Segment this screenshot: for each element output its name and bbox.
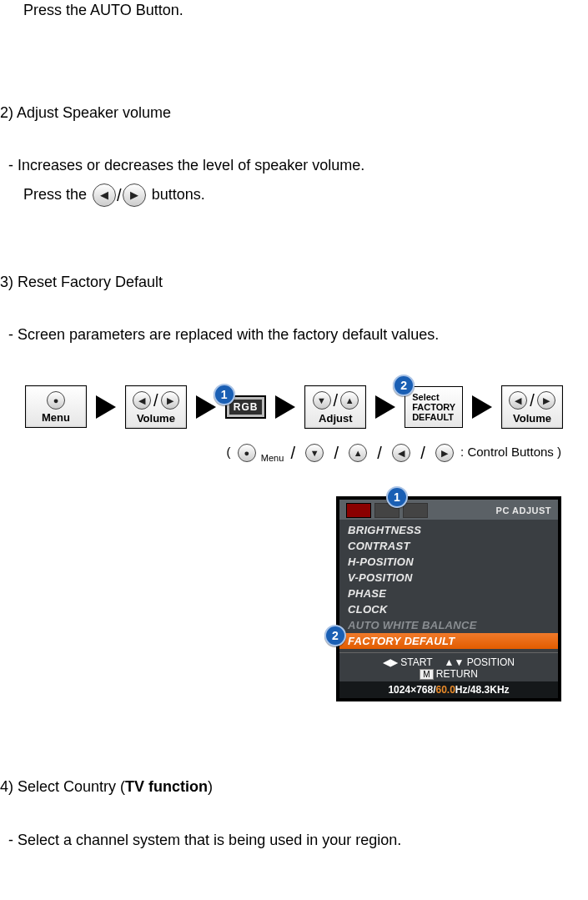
heading-select-country: 4) Select Country (TV function) bbox=[0, 777, 588, 797]
rgb-select: 1 RGB bbox=[225, 395, 267, 419]
right-button-icon: ▶ bbox=[123, 184, 146, 207]
step-2-badge: 2 bbox=[393, 375, 415, 396]
slash-icon: / bbox=[377, 444, 382, 463]
instruction-press-vol: Press the ◀/▶ buttons. bbox=[0, 184, 588, 207]
osd-screenshot: 1 2 PC ADJUST BRIGHTNESSCONTRASTH-POSITI… bbox=[336, 496, 561, 701]
right-icon: ▶ bbox=[435, 444, 454, 462]
arrow-right-icon bbox=[96, 395, 116, 419]
right-icon: ▶ bbox=[537, 391, 555, 410]
button-flow-diagram: ● Menu ◀/▶ Volume 1 RGB ▼/▲ Adjust 2 Sel… bbox=[25, 385, 563, 429]
status-hz: 60.0 bbox=[436, 684, 455, 696]
osd-status: 1024×768/60.0Hz/48.3KHz bbox=[339, 681, 558, 698]
osd-item: BRIGHTNESS bbox=[339, 522, 558, 538]
osd-hint-position: ▲▼ POSITION bbox=[445, 656, 515, 668]
left-button-icon: ◀ bbox=[93, 184, 116, 207]
desc-reset: - Screen parameters are replaced with th… bbox=[0, 324, 588, 345]
osd-tab-rgb-icon bbox=[346, 503, 371, 518]
press-pre: Press the bbox=[23, 185, 91, 202]
slash-icon: / bbox=[153, 391, 158, 410]
status-post: Hz/48.3KHz bbox=[455, 684, 510, 696]
menu-key-label: Menu bbox=[42, 411, 70, 424]
osd-hint-return: M RETURN bbox=[420, 668, 478, 680]
slash-icon: / bbox=[290, 444, 295, 463]
select-line3: DEFAULT bbox=[412, 412, 455, 422]
adjust-key-label: Adjust bbox=[319, 412, 352, 425]
caption-prefix: ( bbox=[227, 445, 234, 459]
up-icon: ▲ bbox=[340, 391, 359, 410]
slash-icon: / bbox=[530, 391, 535, 410]
heading-reset: 3) Reset Factory Default bbox=[0, 272, 588, 293]
factory-select: 2 Select FACTORY DEFAULT bbox=[405, 386, 463, 428]
left-right-buttons-icon: ◀/▶ bbox=[93, 184, 146, 207]
down-icon: ▼ bbox=[313, 391, 331, 410]
heading-speaker-volume: 2) Adjust Speaker volume bbox=[0, 103, 588, 123]
caption-menu-label: Menu bbox=[261, 453, 284, 463]
caption-suffix: : Control Buttons ) bbox=[460, 445, 561, 459]
slash-icon: / bbox=[420, 444, 425, 463]
osd-item: V-POSITION bbox=[339, 570, 558, 586]
osd-item: FACTORY DEFAULT bbox=[339, 633, 558, 649]
osd-hints: ◀▶ START ▲▼ POSITION M RETURN bbox=[339, 655, 558, 681]
instruction-press-auto: Press the AUTO Button. bbox=[0, 0, 588, 21]
desc-speaker-volume: - Increases or decreases the level of sp… bbox=[0, 155, 588, 176]
heading-pre: 4) Select Country ( bbox=[0, 778, 125, 795]
slash-icon: / bbox=[334, 444, 339, 463]
desc-select-country: - Select a channel system that is being … bbox=[0, 830, 588, 851]
arrow-right-icon bbox=[196, 395, 216, 419]
heading-bold: TV function bbox=[125, 778, 208, 795]
osd-tab-3-icon bbox=[403, 503, 428, 518]
status-pre: 1024×768/ bbox=[388, 684, 435, 696]
down-icon: ▼ bbox=[305, 444, 324, 462]
left-icon: ◀ bbox=[133, 391, 151, 410]
arrow-right-icon bbox=[275, 395, 295, 419]
osd-item: PHASE bbox=[339, 586, 558, 601]
volume-key-label: Volume bbox=[137, 412, 175, 425]
m-key-icon: M bbox=[420, 669, 433, 680]
osd-item: AUTO WHITE BALANCE bbox=[339, 617, 558, 633]
menu-circle-icon: ● bbox=[238, 444, 256, 462]
right-icon: ▶ bbox=[161, 391, 179, 410]
up-icon: ▲ bbox=[349, 444, 367, 462]
control-buttons-caption: ( ●Menu / ▼ / ▲ / ◀ / ▶ : Control Button… bbox=[0, 444, 588, 463]
select-line2: FACTORY bbox=[412, 402, 455, 412]
volume-key-1: ◀/▶ Volume bbox=[125, 385, 187, 429]
volume-key-2: ◀/▶ Volume bbox=[501, 385, 563, 429]
factory-default-box: Select FACTORY DEFAULT bbox=[405, 386, 463, 428]
osd-hint-start: ◀▶ START bbox=[383, 656, 433, 668]
select-line1: Select bbox=[412, 392, 455, 402]
menu-key: ● Menu bbox=[25, 385, 87, 428]
adjust-key: ▼/▲ Adjust bbox=[304, 385, 366, 429]
slash-icon: / bbox=[117, 184, 122, 207]
hint-return-post: RETURN bbox=[436, 668, 478, 680]
osd-item: CLOCK bbox=[339, 601, 558, 617]
arrow-right-icon bbox=[472, 395, 492, 419]
slash-icon: / bbox=[334, 391, 339, 410]
press-post: buttons. bbox=[152, 185, 205, 202]
osd-item: H-POSITION bbox=[339, 554, 558, 570]
menu-circle-icon: ● bbox=[47, 391, 65, 410]
left-icon: ◀ bbox=[509, 391, 527, 410]
step-1-badge: 1 bbox=[214, 384, 235, 405]
heading-post: ) bbox=[208, 778, 213, 795]
volume-key-label-2: Volume bbox=[513, 412, 551, 425]
osd-item: CONTRAST bbox=[339, 538, 558, 554]
arrow-right-icon bbox=[375, 395, 395, 419]
left-icon: ◀ bbox=[392, 444, 410, 462]
osd-title: PC ADJUST bbox=[496, 505, 551, 515]
